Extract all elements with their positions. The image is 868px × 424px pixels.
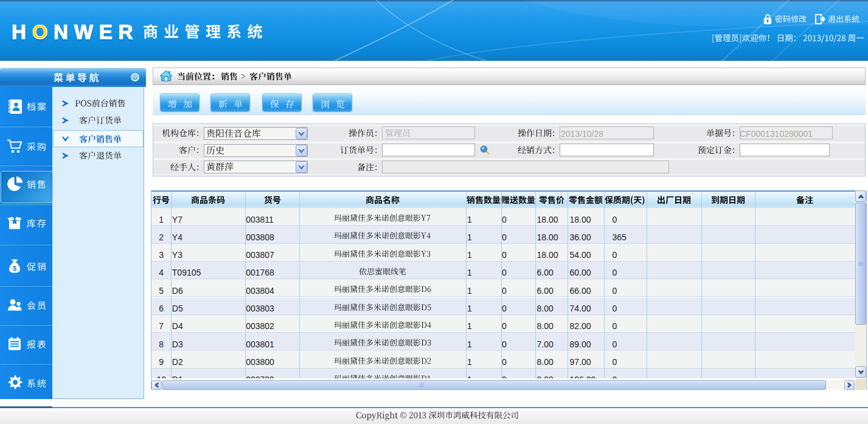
svg-text:$: $	[13, 265, 16, 272]
